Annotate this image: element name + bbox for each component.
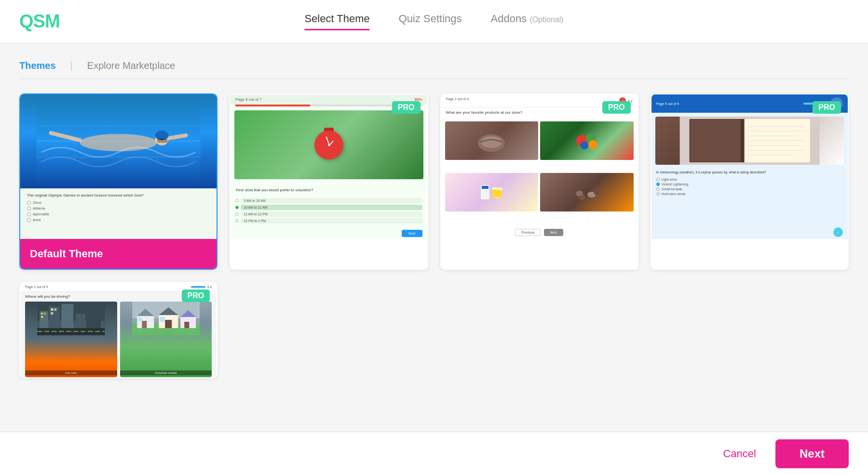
svg-rect-41	[41, 316, 43, 318]
pro-badge-city: PRO	[182, 290, 210, 302]
logo-text: QSM	[19, 11, 60, 32]
theme-card-default[interactable]: The original Olympic Games in ancient Gr…	[19, 93, 217, 270]
cancel-button[interactable]: Cancel	[713, 443, 765, 465]
theme-preview-food: PRO Page 2 out of 3 ! 4.2 What are your …	[441, 94, 637, 239]
sub-tab-divider: |	[70, 60, 73, 71]
pro-badge-book: PRO	[813, 101, 841, 114]
svg-rect-47	[76, 314, 85, 330]
svg-point-15	[581, 142, 588, 149]
main-content: Themes | Explore Marketplace	[0, 43, 868, 393]
theme-grid-row2: PRO Page 1 out of 5 4.4 Where will you b…	[19, 282, 849, 378]
bottom-bar: Cancel Next	[0, 432, 868, 475]
svg-rect-39	[41, 313, 43, 315]
sub-tab-explore[interactable]: Explore Marketplace	[87, 58, 175, 74]
theme-card-book[interactable]: PRO Page 5 out of 5 4:47	[651, 93, 849, 270]
svg-rect-44	[54, 308, 56, 311]
theme-card-city[interactable]: PRO Page 1 out of 5 4.4 Where will you b…	[19, 282, 217, 378]
pro-badge-clock: PRO	[392, 101, 420, 114]
theme-preview-book: PRO Page 5 out of 5 4:47	[651, 94, 848, 239]
theme-preview-default: The original Olympic Games in ancient Gr…	[20, 94, 217, 239]
main-nav: Select Theme Quiz Settings Addons (Optio…	[304, 13, 563, 30]
svg-rect-17	[482, 186, 488, 189]
svg-rect-46	[61, 304, 73, 330]
svg-rect-45	[51, 312, 53, 315]
svg-point-11	[481, 136, 502, 148]
tab-quiz-settings[interactable]: Quiz Settings	[399, 13, 462, 30]
theme-card-clock[interactable]: PRO Page 6 out of 7 90%	[230, 93, 428, 270]
tab-addons[interactable]: Addons (Optional)	[491, 13, 564, 30]
swimmer-image	[20, 94, 217, 188]
pro-badge-food: PRO	[602, 101, 631, 114]
tab-select-theme[interactable]: Select Theme	[304, 13, 369, 30]
svg-point-22	[594, 188, 599, 195]
svg-point-23	[579, 195, 585, 200]
header: QSM Select Theme Quiz Settings Addons (O…	[0, 0, 868, 43]
logo[interactable]: QSM	[19, 11, 60, 32]
theme-grid-row1: The original Olympic Games in ancient Gr…	[19, 93, 849, 270]
svg-rect-57	[138, 317, 142, 321]
sub-tab-themes[interactable]: Themes	[19, 58, 56, 74]
default-theme-label: Default Theme	[20, 239, 217, 269]
svg-rect-26	[690, 120, 741, 161]
svg-point-14	[588, 140, 597, 149]
theme-preview-clock: PRO Page 6 out of 7 90%	[231, 94, 427, 239]
svg-rect-43	[51, 308, 53, 311]
theme-card-food[interactable]: PRO Page 2 out of 3 ! 4.2 What are your …	[440, 93, 638, 270]
svg-rect-9	[157, 139, 168, 143]
svg-rect-48	[86, 309, 101, 330]
default-quiz-content: The original Olympic Games in ancient Gr…	[20, 188, 217, 228]
svg-rect-64	[184, 322, 189, 328]
svg-rect-60	[165, 320, 172, 328]
svg-rect-40	[44, 313, 46, 315]
sub-tabs: Themes | Explore Marketplace	[19, 58, 849, 79]
svg-rect-61	[160, 317, 164, 322]
svg-rect-35	[740, 119, 744, 162]
next-button[interactable]: Next	[775, 439, 849, 468]
svg-rect-56	[142, 321, 147, 328]
